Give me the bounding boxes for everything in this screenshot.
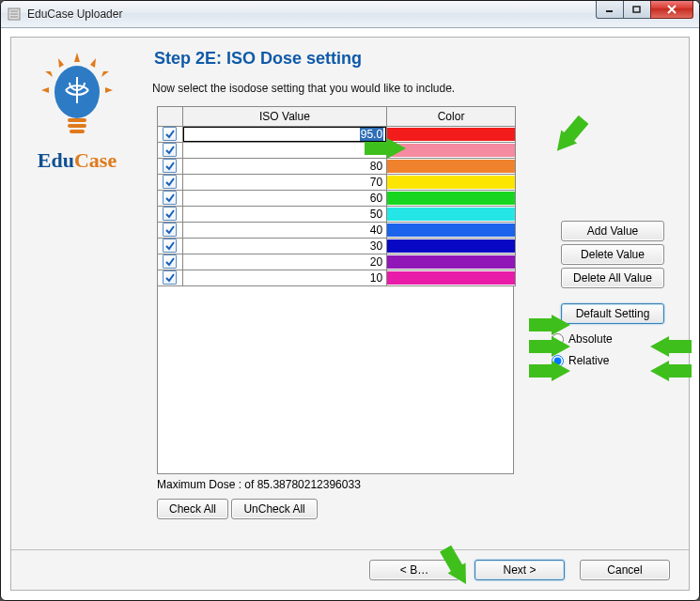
iso-value-cell[interactable]: 30 — [182, 239, 386, 254]
absolute-radio[interactable]: Absolute — [552, 332, 664, 346]
svg-rect-7 — [70, 130, 85, 133]
relative-radio[interactable]: Relative — [552, 354, 664, 367]
educase-bulb-icon — [39, 47, 115, 141]
next-button[interactable]: Next > — [474, 560, 565, 580]
default-setting-button[interactable]: Default Setting — [561, 303, 664, 324]
table-row[interactable]: 80 — [158, 159, 516, 175]
iso-value-cell[interactable]: 90 — [182, 143, 386, 159]
row-checkbox[interactable] — [158, 159, 183, 175]
iso-value-cell[interactable]: 70 — [182, 175, 386, 191]
row-checkbox[interactable] — [158, 223, 183, 239]
row-checkbox[interactable] — [158, 207, 183, 223]
table-row[interactable]: 95.0 — [158, 127, 516, 143]
iso-value-cell[interactable]: 60 — [182, 191, 386, 207]
header-color[interactable]: Color — [387, 107, 516, 127]
row-checkbox[interactable] — [158, 191, 183, 207]
color-swatch-cell[interactable] — [387, 207, 516, 223]
iso-value-cell[interactable]: 50 — [182, 207, 386, 223]
check-all-button[interactable]: Check All — [157, 499, 228, 519]
minimize-button[interactable] — [596, 1, 624, 19]
table-row[interactable]: 60 — [158, 191, 516, 207]
color-swatch-cell[interactable] — [387, 143, 516, 159]
svg-rect-2 — [633, 7, 640, 12]
table-row[interactable]: 70 — [158, 175, 516, 191]
close-button[interactable] — [650, 1, 693, 19]
client-area: EduCase Step 2E: ISO Dose setting Now se… — [10, 37, 690, 591]
delete-all-value-button[interactable]: Delete All Value — [561, 268, 664, 288]
color-swatch-cell[interactable] — [387, 254, 516, 270]
color-swatch-cell[interactable] — [387, 127, 516, 143]
iso-value-cell[interactable]: 95.0 — [182, 127, 386, 143]
title-bar[interactable]: EduCase Uploader — [1, 1, 699, 28]
color-swatch-cell[interactable] — [387, 191, 516, 207]
maximize-button[interactable] — [623, 1, 651, 19]
table-row[interactable]: 10 — [158, 270, 516, 286]
iso-value-cell[interactable]: 80 — [182, 159, 386, 175]
app-icon — [7, 7, 22, 22]
header-iso-value[interactable]: ISO Value — [182, 107, 386, 127]
row-checkbox[interactable] — [158, 254, 183, 270]
header-checkbox-col[interactable] — [158, 107, 183, 127]
cancel-button[interactable]: Cancel — [580, 560, 670, 580]
window-title: EduCase Uploader — [27, 8, 122, 21]
step-instruction: Now select the isodose setting that you … — [152, 82, 677, 95]
absolute-radio-label: Absolute — [568, 332, 613, 346]
add-value-button[interactable]: Add Value — [561, 221, 664, 241]
relative-radio-label: Relative — [568, 354, 609, 367]
table-row[interactable]: 40 — [158, 223, 516, 239]
row-checkbox[interactable] — [158, 270, 183, 286]
svg-rect-6 — [68, 124, 86, 128]
row-checkbox[interactable] — [158, 239, 183, 254]
svg-rect-5 — [68, 118, 86, 122]
row-checkbox[interactable] — [158, 175, 183, 191]
row-checkbox[interactable] — [158, 127, 183, 143]
side-button-column: Add Value Delete Value Delete All Value … — [523, 221, 664, 367]
back-button[interactable]: < B… — [369, 560, 459, 580]
iso-value-cell[interactable]: 40 — [182, 223, 386, 239]
table-row[interactable]: 20 — [158, 254, 516, 270]
brand-text: EduCase — [21, 148, 133, 173]
color-swatch-cell[interactable] — [387, 175, 516, 191]
table-empty-area[interactable] — [157, 286, 514, 474]
sidebar-logo: EduCase — [21, 47, 133, 173]
app-window: EduCase Uploader EduCase — [0, 0, 700, 601]
table-row[interactable]: 90 — [158, 143, 516, 159]
color-swatch-cell[interactable] — [387, 159, 516, 175]
color-swatch-cell[interactable] — [387, 270, 516, 286]
iso-value-cell[interactable]: 10 — [182, 270, 386, 286]
uncheck-all-button[interactable]: UnCheck All — [231, 499, 317, 519]
maximum-dose-label: Maximum Dose : of 85.38780212396033 — [157, 478, 677, 491]
iso-value-cell[interactable]: 20 — [182, 254, 386, 270]
isodose-table: ISO Value Color 95.0908070605040302010 — [157, 106, 516, 286]
table-row[interactable]: 30 — [158, 239, 516, 254]
table-row[interactable]: 50 — [158, 207, 516, 223]
delete-value-button[interactable]: Delete Value — [561, 244, 664, 265]
step-title: Step 2E: ISO Dose setting — [154, 49, 677, 69]
row-checkbox[interactable] — [158, 143, 183, 159]
color-swatch-cell[interactable] — [387, 223, 516, 239]
wizard-button-bar: < B… Next > Cancel — [11, 549, 689, 590]
color-swatch-cell[interactable] — [387, 239, 516, 254]
